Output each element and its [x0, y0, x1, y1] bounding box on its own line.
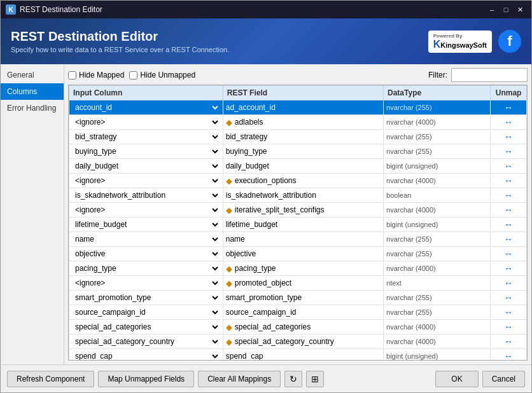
table-row[interactable]: account_idbid_strategybuying_typedaily_b…: [69, 261, 527, 276]
input-select[interactable]: account_idbid_strategybuying_typedaily_b…: [72, 321, 220, 333]
unmap-icon: ↔️: [504, 219, 513, 230]
input-select[interactable]: account_idbid_strategybuying_typedaily_b…: [72, 146, 220, 157]
refresh-button[interactable]: Refresh Component: [7, 371, 94, 387]
unmap-cell: ↔️: [491, 203, 527, 217]
input-select[interactable]: account_idbid_strategybuying_typedaily_b…: [72, 292, 220, 303]
unmap-icon: ↔️: [504, 307, 513, 317]
table-row[interactable]: account_idbid_strategybuying_typedaily_b…: [69, 291, 527, 305]
table-row[interactable]: account_idbid_strategybuying_typedaily_b…: [69, 115, 527, 130]
rest-field-text: name: [226, 235, 245, 244]
unmap-button[interactable]: ↔️: [493, 293, 524, 303]
table-row[interactable]: account_idbid_strategybuying_typedaily_b…: [69, 188, 527, 203]
unmap-button[interactable]: ↔️: [493, 307, 524, 317]
footer: Refresh Component Map Unmapped Fields Cl…: [1, 364, 531, 392]
rest-field-text: pacing_type: [235, 264, 276, 273]
hide-mapped-checkbox[interactable]: [68, 71, 76, 79]
table-row[interactable]: account_idbid_strategybuying_typedaily_b…: [69, 247, 527, 261]
unmap-button[interactable]: ↔️: [493, 351, 524, 361]
table-row[interactable]: account_idbid_strategybuying_typedaily_b…: [69, 305, 527, 320]
hide-mapped-checkbox-label[interactable]: Hide Mapped: [68, 71, 124, 79]
clear-all-button[interactable]: Clear All Mappings: [198, 371, 281, 387]
input-select[interactable]: account_idbid_strategybuying_typedaily_b…: [72, 190, 220, 201]
unmap-button[interactable]: ↔️: [493, 146, 524, 156]
unmap-cell: ↔️: [491, 334, 527, 349]
input-select[interactable]: account_idbid_strategybuying_typedaily_b…: [72, 131, 220, 142]
table-row[interactable]: account_idbid_strategybuying_typedaily_b…: [69, 349, 527, 361]
table-row[interactable]: account_idbid_strategybuying_typedaily_b…: [69, 144, 527, 159]
unmap-button[interactable]: ↔️: [493, 176, 524, 186]
type-cell: bigint (unsigned): [384, 159, 491, 174]
type-cell: nvarchar (4000): [384, 320, 491, 334]
unmap-button[interactable]: ↔️: [493, 278, 524, 288]
input-cell: account_idbid_strategybuying_typedaily_b…: [69, 305, 223, 320]
title-bar-controls: – □ ✕: [486, 4, 526, 15]
unmap-button[interactable]: ↔️: [493, 336, 524, 347]
input-select[interactable]: account_idbid_strategybuying_typedaily_b…: [72, 219, 220, 230]
table-row[interactable]: account_idbid_strategybuying_typedaily_b…: [69, 232, 527, 247]
type-cell: boolean: [384, 188, 491, 203]
hide-unmapped-checkbox[interactable]: [129, 71, 137, 79]
cancel-button[interactable]: Cancel: [482, 371, 525, 387]
sidebar-item-error[interactable]: Error Handling: [1, 100, 64, 116]
header-right: Powered By KKingswaySoft f: [428, 30, 521, 53]
table-row[interactable]: account_idbid_strategybuying_typedaily_b…: [69, 217, 527, 232]
unmap-button[interactable]: ↔️: [493, 190, 524, 200]
table-row[interactable]: account_idbid_strategybuying_typedaily_b…: [69, 130, 527, 144]
close-button[interactable]: ✕: [514, 4, 526, 15]
app-icon: K: [6, 4, 16, 15]
unmap-button[interactable]: ↔️: [493, 161, 524, 171]
unmap-button[interactable]: ↔️: [493, 117, 524, 127]
unmap-button[interactable]: ↔️: [493, 205, 524, 215]
hide-unmapped-checkbox-label[interactable]: Hide Unmapped: [129, 71, 195, 79]
input-select[interactable]: account_idbid_strategybuying_typedaily_b…: [72, 160, 220, 172]
table-row[interactable]: account_idbid_strategybuying_typedaily_b…: [69, 100, 527, 115]
map-unmapped-button[interactable]: Map Unmapped Fields: [98, 371, 194, 387]
sidebar-item-columns[interactable]: Columns: [1, 83, 64, 100]
input-select[interactable]: account_idbid_strategybuying_typedaily_b…: [72, 116, 220, 128]
maximize-button[interactable]: □: [500, 4, 512, 15]
input-select[interactable]: account_idbid_strategybuying_typedaily_b…: [72, 248, 220, 259]
input-select[interactable]: account_idbid_strategybuying_typedaily_b…: [72, 233, 220, 245]
table-row[interactable]: account_idbid_strategybuying_typedaily_b…: [69, 174, 527, 188]
logo-k: K: [433, 39, 441, 50]
unmap-button[interactable]: ↔️: [493, 132, 524, 142]
input-select[interactable]: account_idbid_strategybuying_typedaily_b…: [72, 204, 220, 216]
unmap-cell: ↔️: [491, 217, 527, 232]
unmap-button[interactable]: ↔️: [493, 263, 524, 273]
unmap-button[interactable]: ↔️: [493, 234, 524, 244]
table-row[interactable]: account_idbid_strategybuying_typedaily_b…: [69, 159, 527, 174]
unmap-icon: ↔️: [504, 176, 513, 186]
filter-input[interactable]: [451, 68, 528, 82]
rest-cell: ◆special_ad_category_country: [223, 334, 383, 349]
input-select[interactable]: account_idbid_strategybuying_typedaily_b…: [72, 336, 220, 347]
main-panel: Hide Mapped Hide Unmapped Filter:: [64, 64, 531, 364]
rest-field-text: bid_strategy: [226, 132, 267, 141]
input-select[interactable]: account_idbid_strategybuying_typedaily_b…: [72, 307, 220, 318]
table-row[interactable]: account_idbid_strategybuying_typedaily_b…: [69, 203, 527, 217]
input-select[interactable]: account_idbid_strategybuying_typedaily_b…: [72, 350, 220, 361]
rest-field-text: adlabels: [235, 118, 263, 127]
icon-btn-2[interactable]: ⊞: [306, 371, 324, 387]
input-select[interactable]: account_idbid_strategybuying_typedaily_b…: [72, 277, 220, 289]
rest-field-text: iterative_split_test_configs: [235, 205, 325, 214]
table-row[interactable]: account_idbid_strategybuying_typedaily_b…: [69, 276, 527, 291]
mapping-table: Input Column REST Field DataType Unmap a…: [69, 85, 527, 361]
unmap-button[interactable]: ↔️: [493, 249, 524, 259]
input-select[interactable]: account_idbid_strategybuying_typedaily_b…: [72, 102, 220, 113]
input-cell: account_idbid_strategybuying_typedaily_b…: [69, 188, 223, 203]
unmap-button[interactable]: ↔️: [493, 219, 524, 230]
minimize-button[interactable]: –: [486, 4, 498, 15]
input-select[interactable]: account_idbid_strategybuying_typedaily_b…: [72, 263, 220, 274]
rest-cell: objective: [223, 247, 383, 261]
table-row[interactable]: account_idbid_strategybuying_typedaily_b…: [69, 320, 527, 334]
sidebar-item-general[interactable]: General: [1, 67, 64, 83]
ok-button[interactable]: OK: [435, 371, 478, 387]
rest-cell: ◆iterative_split_test_configs: [223, 203, 383, 217]
unmap-button[interactable]: ↔️: [493, 322, 524, 332]
unmap-button[interactable]: ↔️: [493, 102, 524, 113]
rest-field-text: is_skadnetwork_attribution: [226, 191, 316, 200]
input-select[interactable]: account_idbid_strategybuying_typedaily_b…: [72, 175, 220, 186]
icon-btn-1[interactable]: ↻: [284, 371, 302, 387]
table-row[interactable]: account_idbid_strategybuying_typedaily_b…: [69, 334, 527, 349]
facebook-icon: f: [498, 30, 521, 53]
